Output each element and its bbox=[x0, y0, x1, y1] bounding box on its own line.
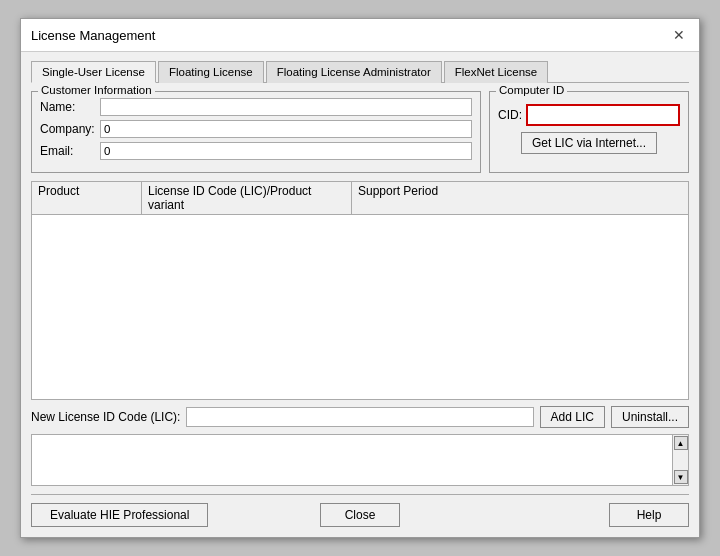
get-lic-button[interactable]: Get LIC via Internet... bbox=[521, 132, 657, 154]
computer-id-group: Computer ID CID: Get LIC via Internet... bbox=[489, 91, 689, 173]
license-management-dialog: License Management ✕ Single-User License… bbox=[20, 18, 700, 538]
tab-single-user[interactable]: Single-User License bbox=[31, 61, 156, 83]
scrollbar: ▲ ▼ bbox=[672, 435, 688, 485]
new-lic-input[interactable] bbox=[186, 407, 533, 427]
log-area-wrapper: ▲ ▼ bbox=[31, 434, 689, 486]
name-label: Name: bbox=[40, 100, 100, 114]
new-lic-row: New License ID Code (LIC): Add LIC Unins… bbox=[31, 406, 689, 428]
company-row: Company: bbox=[40, 120, 472, 138]
name-input[interactable] bbox=[100, 98, 472, 116]
email-input[interactable] bbox=[100, 142, 472, 160]
title-bar: License Management ✕ bbox=[21, 19, 699, 52]
cid-input-wrapper bbox=[526, 104, 680, 126]
evaluate-button[interactable]: Evaluate HIE Professional bbox=[31, 503, 208, 527]
scroll-down-icon[interactable]: ▼ bbox=[674, 470, 688, 484]
col-lic-header: License ID Code (LIC)/Product variant bbox=[142, 182, 352, 214]
cid-input[interactable] bbox=[528, 106, 678, 124]
customer-info-legend: Customer Information bbox=[38, 84, 155, 96]
table-header: Product License ID Code (LIC)/Product va… bbox=[32, 182, 688, 215]
bottom-right: Help bbox=[470, 503, 689, 527]
table-body bbox=[32, 215, 688, 399]
tab-floating-admin[interactable]: Floating License Administrator bbox=[266, 61, 442, 83]
new-lic-label: New License ID Code (LIC): bbox=[31, 410, 180, 424]
bottom-left: Evaluate HIE Professional bbox=[31, 503, 250, 527]
help-button[interactable]: Help bbox=[609, 503, 689, 527]
groups-row: Customer Information Name: Company: Emai… bbox=[31, 91, 689, 173]
email-row: Email: bbox=[40, 142, 472, 160]
dialog-title: License Management bbox=[31, 28, 155, 43]
license-table: Product License ID Code (LIC)/Product va… bbox=[31, 181, 689, 400]
dialog-content: Single-User License Floating License Flo… bbox=[21, 52, 699, 537]
close-button[interactable]: Close bbox=[320, 503, 400, 527]
tab-bar: Single-User License Floating License Flo… bbox=[31, 60, 689, 83]
col-support-header: Support Period bbox=[352, 182, 688, 214]
tab-floating[interactable]: Floating License bbox=[158, 61, 264, 83]
company-label: Company: bbox=[40, 122, 100, 136]
cid-row: CID: bbox=[498, 104, 680, 126]
email-label: Email: bbox=[40, 144, 100, 158]
customer-info-group: Customer Information Name: Company: Emai… bbox=[31, 91, 481, 173]
name-row: Name: bbox=[40, 98, 472, 116]
col-product-header: Product bbox=[32, 182, 142, 214]
close-icon[interactable]: ✕ bbox=[669, 25, 689, 45]
computer-id-legend: Computer ID bbox=[496, 84, 567, 96]
tab-flexnet[interactable]: FlexNet License bbox=[444, 61, 548, 83]
uninstall-button[interactable]: Uninstall... bbox=[611, 406, 689, 428]
log-area bbox=[32, 435, 672, 485]
scroll-up-icon[interactable]: ▲ bbox=[674, 436, 688, 450]
company-input[interactable] bbox=[100, 120, 472, 138]
bottom-center: Close bbox=[250, 503, 469, 527]
bottom-bar: Evaluate HIE Professional Close Help bbox=[31, 494, 689, 527]
add-lic-button[interactable]: Add LIC bbox=[540, 406, 605, 428]
cid-label: CID: bbox=[498, 108, 522, 122]
